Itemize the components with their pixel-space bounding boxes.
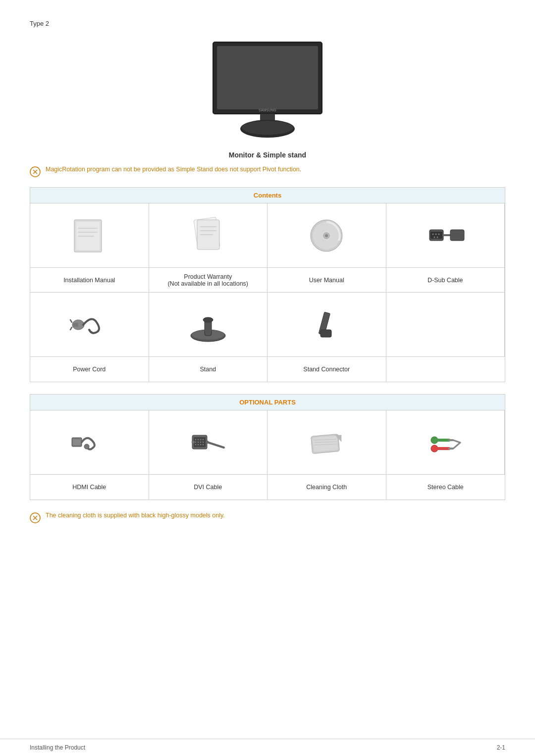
svg-point-57 (200, 444, 201, 445)
optional-grid: HDMI Cable DVI Cable Cleaning Cloth Ster… (30, 410, 505, 500)
svg-point-48 (198, 439, 199, 440)
svg-rect-31 (450, 230, 464, 241)
svg-point-29 (436, 236, 438, 238)
item-stand-img (149, 293, 268, 357)
svg-point-58 (203, 444, 204, 445)
svg-point-25 (432, 233, 433, 235)
label-stand-connector: Stand Connector (268, 357, 386, 382)
svg-rect-63 (313, 435, 338, 452)
svg-rect-41 (321, 330, 331, 337)
label-user-manual: User Manual (268, 268, 386, 293)
item-dsub-cable-img (386, 203, 505, 268)
svg-point-49 (200, 439, 201, 440)
item-dvi-cable-img (149, 410, 268, 475)
notice-row-main: MagicRotation program can not be provide… (30, 166, 505, 177)
notice-text-cleaning: The cleaning cloth is supplied with blac… (46, 512, 225, 519)
notice-text-main: MagicRotation program can not be provide… (46, 166, 301, 173)
svg-line-75 (453, 443, 460, 449)
svg-point-51 (195, 441, 196, 442)
svg-point-55 (195, 444, 196, 445)
item-product-warranty-img (149, 203, 268, 268)
item-user-manual-img (268, 203, 386, 268)
svg-point-5 (242, 121, 293, 135)
svg-line-61 (207, 442, 224, 448)
svg-point-27 (438, 233, 439, 235)
item-installation-manual-img (30, 203, 149, 268)
monitor-image: SAMSUNG (198, 37, 337, 141)
svg-point-54 (203, 441, 204, 442)
notice-row-cleaning: The cleaning cloth is supplied with blac… (30, 512, 505, 523)
svg-point-22 (325, 234, 328, 237)
monitor-image-container: SAMSUNG (30, 37, 505, 141)
svg-line-74 (453, 440, 460, 443)
notice-icon-main (30, 166, 41, 177)
svg-point-52 (198, 441, 199, 442)
item-cleaning-cloth-img (268, 410, 386, 475)
svg-rect-33 (73, 323, 78, 327)
svg-line-34 (70, 320, 72, 322)
footer: Installing the Product 2-1 (0, 739, 535, 756)
label-dvi-cable: DVI Cable (149, 475, 268, 500)
contents-table: Contents (30, 187, 505, 382)
label-hdmi-cable: HDMI Cable (30, 475, 149, 500)
label-product-warranty: Product Warranty(Not available in all lo… (149, 268, 268, 293)
svg-point-39 (203, 317, 213, 322)
svg-text:SAMSUNG: SAMSUNG (259, 108, 276, 112)
svg-point-50 (203, 439, 204, 440)
footer-left: Installing the Product (30, 744, 85, 751)
svg-rect-24 (430, 232, 442, 239)
svg-rect-1 (217, 46, 318, 109)
item-empty-img (386, 293, 505, 357)
type-label: Type 2 (30, 20, 505, 27)
svg-point-47 (195, 439, 196, 440)
footer-right: 2-1 (497, 744, 505, 751)
label-power-cord: Power Cord (30, 357, 149, 382)
svg-point-56 (198, 444, 199, 445)
label-cleaning-cloth: Cleaning Cloth (268, 475, 386, 500)
svg-rect-72 (436, 447, 450, 450)
svg-line-35 (70, 327, 72, 330)
label-stereo-cable: Stereo Cable (386, 475, 505, 500)
notice-icon-cleaning (30, 512, 41, 523)
optional-header: OPTIONAL PARTS (30, 395, 505, 410)
svg-point-28 (433, 236, 435, 238)
contents-grid: Installation Manual Product Warranty(Not… (30, 203, 505, 382)
svg-point-59 (192, 441, 195, 444)
label-stand: Stand (149, 357, 268, 382)
item-stand-connector-img (268, 293, 386, 357)
item-stereo-cable-img (386, 410, 505, 475)
svg-rect-43 (73, 439, 81, 445)
svg-point-53 (200, 441, 201, 442)
contents-header: Contents (30, 188, 505, 203)
monitor-title: Monitor & Simple stand (30, 151, 505, 159)
item-hdmi-cable-img (30, 410, 149, 475)
item-power-cord-img (30, 293, 149, 357)
optional-table: OPTIONAL PARTS (30, 394, 505, 500)
label-dsub-cable: D-Sub Cable (386, 268, 505, 293)
label-installation-manual: Installation Manual (30, 268, 149, 293)
svg-point-44 (84, 444, 89, 449)
svg-rect-69 (436, 439, 450, 442)
svg-point-26 (435, 233, 436, 235)
label-empty (386, 357, 505, 382)
